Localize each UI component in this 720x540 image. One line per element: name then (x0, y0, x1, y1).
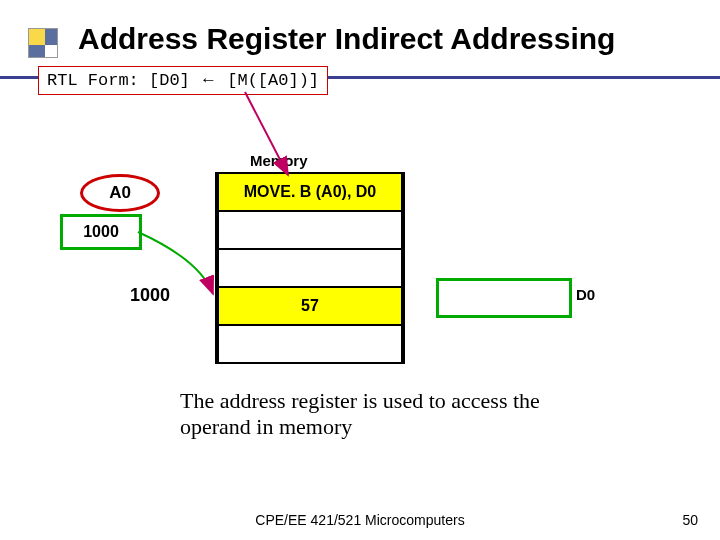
memory-cell: MOVE. B (A0), D0 (217, 173, 403, 211)
rtl-lhs: RTL Form: [D0] (47, 71, 190, 90)
memory-label: Memory (250, 152, 308, 169)
memory-table: MOVE. B (A0), D0 57 (215, 172, 405, 364)
rtl-form-box: RTL Form: [D0] ← [M([A0])] (38, 66, 328, 95)
register-d0-box (436, 278, 572, 318)
memory-cell: 57 (217, 287, 403, 325)
register-a0-value-box: 1000 (60, 214, 142, 250)
left-arrow-icon: ← (200, 70, 217, 90)
memory-cell (217, 325, 403, 363)
footer-text: CPE/EE 421/521 Microcomputers (0, 512, 720, 528)
register-a0-oval: A0 (80, 174, 160, 212)
register-d0-label: D0 (576, 286, 595, 303)
decorative-bullet (28, 28, 58, 58)
page-title: Address Register Indirect Addressing (78, 22, 615, 56)
memory-address-label: 1000 (130, 285, 170, 306)
explanation-text: The address register is used to access t… (180, 388, 580, 441)
memory-cell (217, 211, 403, 249)
page-number: 50 (682, 512, 698, 528)
memory-cell (217, 249, 403, 287)
rtl-rhs: [M([A0])] (227, 71, 319, 90)
